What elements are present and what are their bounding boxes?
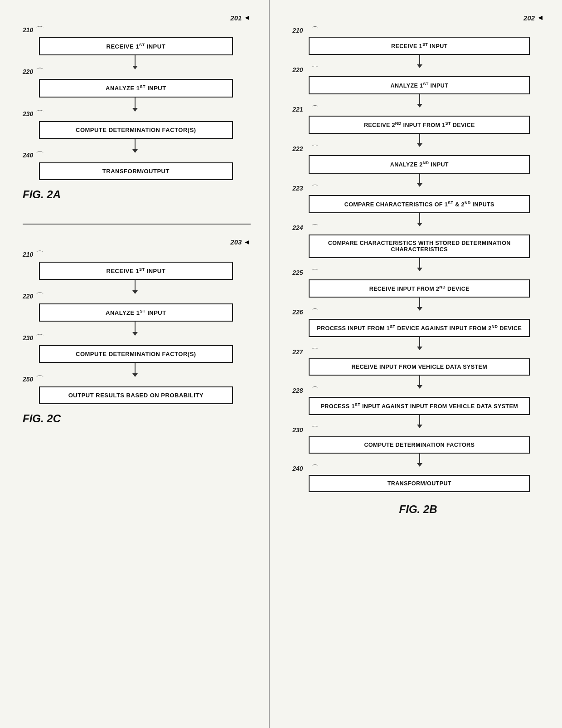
fig2a-label: FIG. 2A bbox=[23, 188, 251, 201]
page: 201 ◄ 210 ⌒ RECEIVE 1ST INPUT 220 ⌒ ANAL… bbox=[0, 0, 562, 728]
fig2c-label: FIG. 2C bbox=[23, 412, 251, 425]
step-label-221b: 221 ⌒ bbox=[292, 104, 319, 114]
step-curve-223b: ⌒ bbox=[311, 184, 319, 193]
step-curve-240a: ⌒ bbox=[36, 150, 44, 161]
step-num-225b: 225 bbox=[292, 269, 309, 276]
arrow-220a-230a bbox=[135, 98, 136, 108]
arrow-220c-230c bbox=[135, 322, 136, 332]
arrow-223b bbox=[419, 213, 420, 223]
step-box-223b: COMPARE CHARACTERISTICS OF 1ST & 2ND INP… bbox=[309, 195, 530, 213]
fig2a-ref-row: 201 ◄ bbox=[23, 14, 251, 22]
step-label-240b: 240 ⌒ bbox=[292, 464, 319, 473]
step-box-210c: RECEIVE 1ST INPUT bbox=[39, 262, 233, 280]
step-num-228b: 228 bbox=[292, 387, 309, 394]
step-curve-210c: ⌒ bbox=[36, 249, 44, 260]
step-label-250c: 250 ⌒ bbox=[23, 374, 44, 385]
step-num-226b: 226 bbox=[292, 308, 309, 316]
step-num-223b: 223 bbox=[292, 185, 309, 192]
fig2b-arrow: ◄ bbox=[537, 14, 544, 22]
step-label-224b: 224 ⌒ bbox=[292, 223, 319, 233]
fig2b-label: FIG. 2B bbox=[399, 503, 437, 516]
step-label-220a: 220 ⌒ bbox=[23, 66, 44, 77]
arrow-222b bbox=[419, 174, 420, 184]
step-curve-225b: ⌒ bbox=[311, 268, 319, 278]
step-box-224b: COMPARE CHARACTERISTICS WITH STORED DETE… bbox=[309, 235, 530, 258]
arrow-210a-220a bbox=[135, 55, 136, 66]
arrow-224b bbox=[419, 258, 420, 268]
step-num-224b: 224 bbox=[292, 224, 309, 231]
step-label-228b: 228 ⌒ bbox=[292, 386, 319, 395]
step-box-210b: RECEIVE 1ST INPUT bbox=[309, 37, 530, 55]
step-num-230b: 230 bbox=[292, 426, 309, 434]
step-num-240b: 240 bbox=[292, 465, 309, 472]
step-box-230b: COMPUTE DETERMINATION FACTORS bbox=[309, 436, 530, 454]
step-curve-230c: ⌒ bbox=[36, 332, 44, 343]
step-label-225b: 225 ⌒ bbox=[292, 268, 319, 278]
fig2a-arrow: ◄ bbox=[243, 14, 251, 22]
step-curve-210b: ⌒ bbox=[311, 25, 319, 35]
step-label-223b: 223 ⌒ bbox=[292, 184, 319, 193]
step-box-225b: RECEIVE INPUT FROM 2ND DEVICE bbox=[309, 279, 530, 298]
fig2c-section: 203 ◄ 210 ⌒ RECEIVE 1ST INPUT 220 ⌒ ANAL… bbox=[23, 238, 251, 425]
step-curve-224b: ⌒ bbox=[311, 223, 319, 233]
step-num-230c: 230 bbox=[23, 334, 33, 342]
step-label-227b: 227 ⌒ bbox=[292, 347, 319, 357]
step-box-226b: PROCESS INPUT FROM 1ST DEVICE AGAINST IN… bbox=[309, 319, 530, 337]
step-curve-210a: ⌒ bbox=[36, 24, 44, 35]
step-num-222b: 222 bbox=[292, 145, 309, 152]
fig2a-section: 201 ◄ 210 ⌒ RECEIVE 1ST INPUT 220 ⌒ ANAL… bbox=[23, 14, 251, 201]
left-panel: 201 ◄ 210 ⌒ RECEIVE 1ST INPUT 220 ⌒ ANAL… bbox=[0, 0, 270, 728]
step-num-240a: 240 bbox=[23, 151, 33, 159]
step-curve-222b: ⌒ bbox=[311, 144, 319, 153]
step-box-227b: RECEIVE INPUT FROM VEHICLE DATA SYSTEM bbox=[309, 358, 530, 376]
arrow-227b bbox=[419, 376, 420, 386]
step-box-220a: ANALYZE 1ST INPUT bbox=[39, 79, 233, 97]
arrow-228b bbox=[419, 415, 420, 425]
step-box-220b: ANALYZE 1ST INPUT bbox=[309, 76, 530, 94]
step-label-220c: 220 ⌒ bbox=[23, 291, 44, 302]
fig2c-arrow: ◄ bbox=[243, 238, 251, 246]
step-label-210a: 210 ⌒ bbox=[23, 24, 44, 35]
step-curve-220a: ⌒ bbox=[36, 66, 44, 77]
arrow-230b bbox=[419, 454, 420, 464]
fig2c-ref-row: 203 ◄ bbox=[23, 238, 251, 246]
step-num-230a: 230 bbox=[23, 110, 33, 117]
fig2b-flow: 210 ⌒ RECEIVE 1ST INPUT 220 ⌒ ANALYZE 1S… bbox=[292, 25, 544, 492]
step-curve-230b: ⌒ bbox=[311, 425, 319, 435]
step-curve-240b: ⌒ bbox=[311, 464, 319, 473]
left-divider bbox=[23, 224, 251, 225]
step-num-220c: 220 bbox=[23, 293, 33, 300]
step-box-222b: ANALYZE 2ND INPUT bbox=[309, 155, 530, 173]
step-label-230b: 230 ⌒ bbox=[292, 425, 319, 435]
step-box-230a: COMPUTE DETERMINATION FACTOR(S) bbox=[39, 121, 233, 139]
step-num-220a: 220 bbox=[23, 68, 33, 75]
arrow-221b bbox=[419, 134, 420, 144]
step-curve-228b: ⌒ bbox=[311, 386, 319, 395]
right-panel: 202 ◄ 210 ⌒ RECEIVE 1ST INPUT 220 ⌒ ANAL… bbox=[270, 0, 562, 728]
step-label-240a: 240 ⌒ bbox=[23, 150, 44, 161]
step-num-220b: 220 bbox=[292, 66, 309, 73]
step-label-210b: 210 ⌒ bbox=[292, 25, 319, 35]
arrow-210c-220c bbox=[135, 280, 136, 291]
step-label-210c: 210 ⌒ bbox=[23, 249, 44, 260]
step-label-226b: 226 ⌒ bbox=[292, 308, 319, 317]
step-box-228b: PROCESS 1ST INPUT AGAINST INPUT FROM VEH… bbox=[309, 397, 530, 415]
fig2b-ref: 202 bbox=[523, 14, 535, 22]
arrow-225b bbox=[419, 298, 420, 308]
step-curve-250c: ⌒ bbox=[36, 374, 44, 385]
arrow-220b bbox=[419, 94, 420, 104]
step-num-210c: 210 bbox=[23, 251, 33, 258]
step-num-210a: 210 bbox=[23, 26, 33, 34]
step-box-240a: TRANSFORM/OUTPUT bbox=[39, 162, 233, 180]
step-curve-226b: ⌒ bbox=[311, 308, 319, 317]
step-box-221b: RECEIVE 2ND INPUT FROM 1ST DEVICE bbox=[309, 116, 530, 134]
step-box-220c: ANALYZE 1ST INPUT bbox=[39, 303, 233, 322]
step-label-230a: 230 ⌒ bbox=[23, 108, 44, 119]
step-label-222b: 222 ⌒ bbox=[292, 144, 319, 153]
step-box-230c: COMPUTE DETERMINATION FACTOR(S) bbox=[39, 345, 233, 363]
fig2c-flow: 210 ⌒ RECEIVE 1ST INPUT 220 ⌒ ANALYZE 1S… bbox=[23, 249, 251, 405]
step-num-250c: 250 bbox=[23, 376, 33, 383]
step-curve-221b: ⌒ bbox=[311, 104, 319, 114]
step-curve-220b: ⌒ bbox=[311, 65, 319, 74]
step-box-250c: OUTPUT RESULTS BASED ON PROBABILITY bbox=[39, 386, 233, 404]
